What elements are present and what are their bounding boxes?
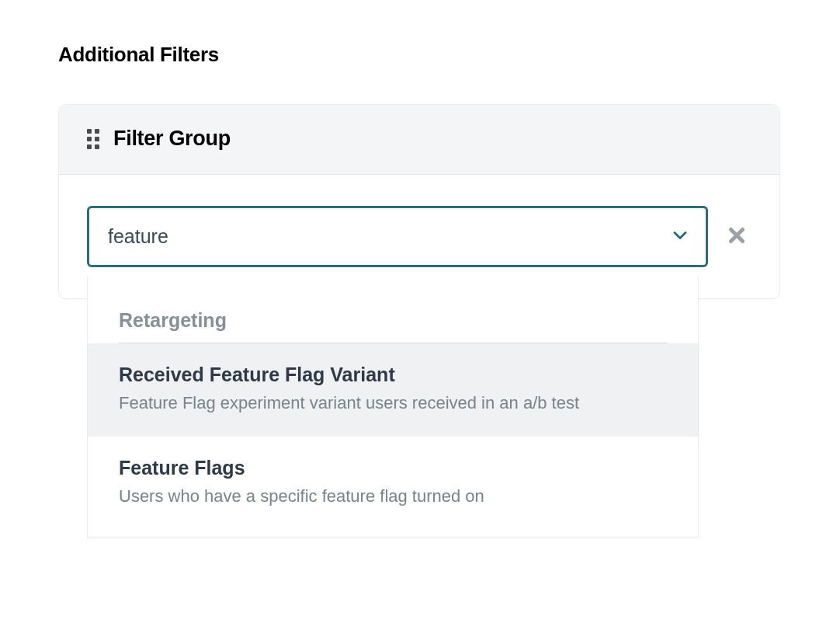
- dropdown-item-title: Feature Flags: [119, 457, 667, 479]
- filter-group-title: Filter Group: [113, 127, 231, 151]
- filter-input-wrap: [87, 206, 708, 267]
- dropdown-toggle-button[interactable]: [665, 221, 696, 252]
- dropdown-item-title: Received Feature Flag Variant: [119, 364, 667, 386]
- dropdown-item-desc: Feature Flag experiment variant users re…: [119, 392, 667, 415]
- dropdown-item-received-feature-flag-variant[interactable]: Received Feature Flag Variant Feature Fl…: [88, 343, 698, 437]
- filter-dropdown: Retargeting Received Feature Flag Varian…: [87, 277, 699, 538]
- chevron-down-icon: [671, 226, 689, 247]
- filter-group-card: Filter Group: [58, 104, 780, 299]
- filter-group-header: Filter Group: [59, 105, 779, 175]
- filter-search-input[interactable]: [87, 206, 708, 267]
- dropdown-item-desc: Users who have a specific feature flag t…: [119, 486, 667, 508]
- clear-filter-button[interactable]: [722, 221, 751, 252]
- dropdown-category-label: Retargeting: [119, 309, 667, 343]
- drag-handle-icon[interactable]: [87, 129, 99, 149]
- close-icon: [727, 225, 747, 248]
- dropdown-item-feature-flags[interactable]: Feature Flags Users who have a specific …: [88, 437, 698, 530]
- section-title: Additional Filters: [58, 43, 782, 67]
